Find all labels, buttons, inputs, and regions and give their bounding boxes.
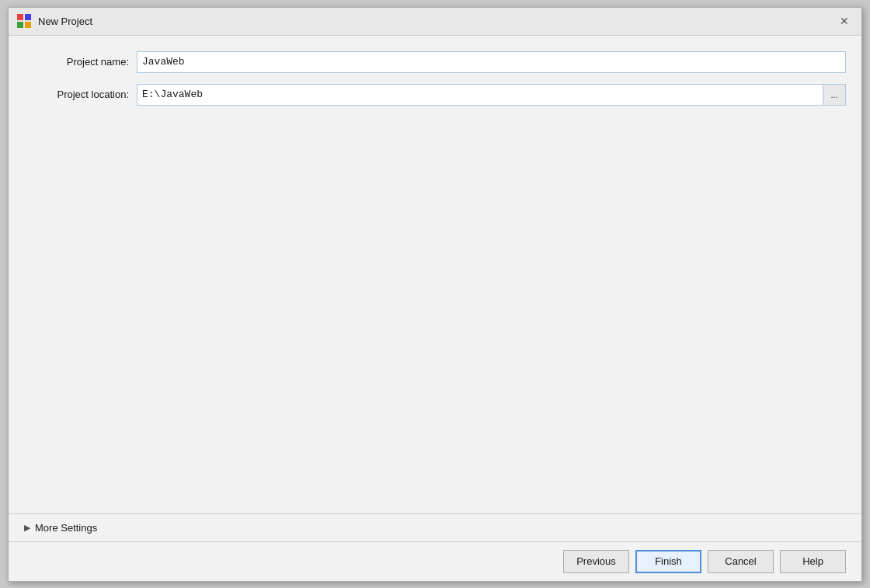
content-spacer [24, 117, 846, 513]
dialog-title: New Project [38, 16, 92, 27]
title-bar-left: New Project [16, 13, 92, 29]
svg-rect-2 [17, 22, 23, 28]
project-location-row: Project location: ... [24, 84, 846, 106]
new-project-dialog: New Project ✕ Project name: Project loca… [8, 7, 862, 582]
dialog-content: Project name: Project location: ... [9, 36, 861, 513]
browse-button[interactable]: ... [823, 84, 846, 106]
more-settings-label: More Settings [35, 522, 97, 534]
project-name-row: Project name: [24, 51, 846, 73]
project-location-label: Project location: [24, 89, 137, 100]
finish-button[interactable]: Finish [635, 550, 701, 573]
button-bar: Previous Finish Cancel Help [9, 541, 861, 581]
svg-rect-3 [25, 22, 31, 28]
svg-rect-1 [25, 14, 31, 20]
more-settings-row[interactable]: ▶ More Settings [9, 513, 861, 541]
app-icon [16, 13, 32, 29]
project-location-input[interactable] [137, 84, 823, 106]
location-input-group: ... [137, 84, 846, 106]
previous-button[interactable]: Previous [563, 550, 629, 573]
svg-rect-0 [17, 14, 23, 20]
project-name-label: Project name: [24, 56, 137, 68]
close-button[interactable]: ✕ [833, 10, 855, 32]
cancel-button[interactable]: Cancel [708, 550, 774, 573]
more-settings-arrow-icon: ▶ [24, 523, 30, 533]
project-name-input[interactable] [137, 51, 846, 73]
title-bar: New Project ✕ [9, 8, 861, 36]
help-button[interactable]: Help [780, 550, 846, 573]
